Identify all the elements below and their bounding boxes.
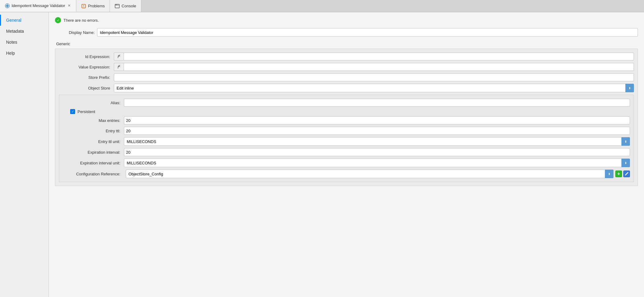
value-expression-fx-button[interactable]: fx (114, 63, 124, 71)
id-expression-input[interactable] (124, 53, 634, 61)
svg-rect-12 (117, 5, 117, 5)
display-name-row: Display Name: (55, 28, 638, 37)
tab-idempotent-label: Idempotent Message Validator (12, 3, 65, 8)
success-icon: ✓ (55, 17, 61, 23)
object-store-row: Object Store Edit inline ⬍ (55, 82, 638, 94)
expiration-interval-row: Expiration interval: (59, 147, 634, 157)
alias-row: Alias: (59, 97, 634, 108)
status-message: There are no errors. (63, 18, 99, 23)
max-entries-row: Max entries: (59, 115, 634, 126)
sidebar: General Metadata Notes Help (0, 12, 49, 297)
nested-object-store-section: Alias: ✓ Persistent Max entries: Entry t… (59, 95, 634, 182)
svg-point-1 (6, 5, 9, 7)
fx-icon: fx (118, 54, 120, 59)
svg-point-8 (84, 7, 84, 7)
content-area: ✓ There are no errors. Display Name: Gen… (49, 12, 644, 297)
entry-ttl-unit-select-wrapper: MILLISECONDS SECONDS MINUTES HOURS DAYS … (124, 137, 630, 146)
sidebar-item-general-label: General (6, 18, 21, 23)
entry-ttl-input[interactable] (124, 127, 630, 135)
sidebar-item-notes-label: Notes (6, 40, 17, 45)
config-reference-row: Configuration Reference: ObjectStore_Con… (59, 168, 634, 179)
expiration-interval-unit-label: Expiration interval unit: (63, 161, 124, 165)
entry-ttl-label: Entry ttl: (63, 129, 124, 133)
store-prefix-row: Store Prefix: (55, 72, 638, 82)
value-expression-label: Value Expression: (59, 65, 114, 69)
expiration-interval-input[interactable] (124, 148, 630, 156)
expiration-interval-label: Expiration interval: (63, 150, 124, 155)
max-entries-input[interactable] (124, 116, 630, 124)
tab-close-icon[interactable]: ✕ (67, 4, 71, 8)
store-prefix-label: Store Prefix: (59, 75, 114, 80)
value-expression-field-wrapper: fx (114, 63, 634, 71)
config-reference-select[interactable]: ObjectStore_Config (126, 170, 613, 178)
expiration-interval-unit-row: Expiration interval unit: MILLISECONDS S… (59, 157, 634, 168)
section-header: Generic (55, 42, 638, 46)
tab-problems-label: Problems (88, 4, 105, 8)
entry-ttl-unit-row: Entry ttl unit: MILLISECONDS SECONDS MIN… (59, 136, 634, 147)
sidebar-item-metadata-label: Metadata (6, 29, 24, 34)
entry-ttl-unit-label: Entry ttl unit: (63, 139, 124, 144)
fx-icon-2: fx (118, 64, 120, 69)
object-store-select-wrapper: Edit inline ⬍ (114, 84, 634, 92)
add-config-button[interactable]: + (615, 170, 622, 177)
id-expression-field-wrapper: fx (114, 53, 634, 61)
expiration-interval-unit-select[interactable]: MILLISECONDS SECONDS MINUTES HOURS DAYS (124, 159, 630, 167)
alias-label: Alias: (63, 101, 124, 105)
config-reference-actions: + (615, 170, 630, 177)
config-reference-label: Configuration Reference: (63, 172, 124, 176)
sidebar-item-help-label: Help (6, 51, 15, 56)
id-expression-fx-button[interactable]: fx (114, 53, 124, 61)
status-bar: ✓ There are no errors. (55, 17, 638, 23)
tab-bar: Idempotent Message Validator ✕ Problems … (0, 0, 644, 12)
connector-icon (5, 3, 10, 8)
display-name-input[interactable] (97, 28, 638, 37)
sidebar-item-general[interactable]: General (0, 15, 49, 26)
persistent-checkbox[interactable]: ✓ (70, 109, 75, 114)
entry-ttl-row: Entry ttl: (59, 126, 634, 136)
max-entries-label: Max entries: (63, 118, 124, 123)
tab-console[interactable]: Console (110, 0, 141, 12)
object-store-select[interactable]: Edit inline (114, 84, 634, 92)
value-expression-row: Value Expression: fx (55, 62, 638, 72)
tab-problems[interactable]: Problems (76, 0, 110, 12)
object-store-label: Object Store (59, 86, 114, 90)
id-expression-row: Id Expression: fx (55, 51, 638, 62)
persistent-row: ✓ Persistent (59, 108, 634, 115)
tab-idempotent[interactable]: Idempotent Message Validator ✕ (0, 0, 76, 12)
form-group: Id Expression: fx Value Expression: fx (55, 49, 638, 186)
sidebar-item-notes[interactable]: Notes (0, 37, 49, 48)
sidebar-item-metadata[interactable]: Metadata (0, 26, 49, 37)
sidebar-item-help[interactable]: Help (0, 48, 49, 59)
console-icon (115, 4, 120, 9)
persistent-label: Persistent (78, 109, 95, 114)
display-name-label: Display Name: (55, 30, 95, 35)
main-layout: General Metadata Notes Help ✓ There are … (0, 12, 644, 297)
value-expression-input[interactable] (124, 63, 634, 71)
svg-rect-11 (116, 5, 116, 5)
config-reference-select-wrapper: ObjectStore_Config ⬍ (126, 170, 613, 178)
problems-icon (81, 4, 86, 9)
edit-config-button[interactable] (623, 170, 630, 177)
store-prefix-input[interactable] (114, 73, 634, 81)
entry-ttl-unit-select[interactable]: MILLISECONDS SECONDS MINUTES HOURS DAYS (124, 137, 630, 146)
alias-input[interactable] (124, 99, 630, 107)
tab-console-label: Console (121, 4, 136, 8)
id-expression-label: Id Expression: (59, 54, 114, 59)
expiration-interval-unit-select-wrapper: MILLISECONDS SECONDS MINUTES HOURS DAYS … (124, 159, 630, 167)
